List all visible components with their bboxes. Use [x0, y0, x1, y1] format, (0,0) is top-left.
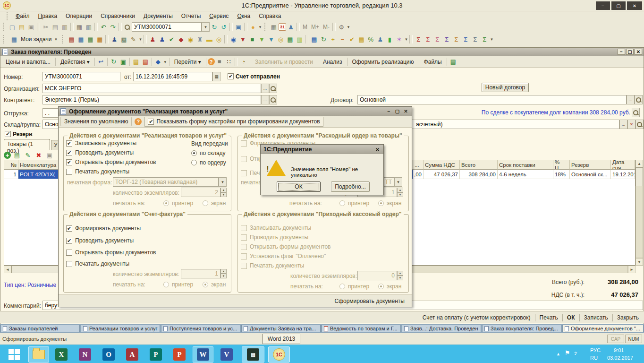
files-button[interactable]: Файлы — [421, 58, 445, 66]
dialog-restore-button[interactable]: ▢ — [394, 108, 401, 114]
copy-icon[interactable]: ▤ — [51, 22, 60, 32]
ok-button[interactable]: ОК — [564, 314, 578, 321]
cell-delivery[interactable]: 4-6 недель — [498, 170, 553, 179]
remove-coins-icon[interactable]: − — [338, 35, 347, 44]
calendar-button[interactable]: ▦ — [212, 72, 220, 81]
cell-reserve[interactable]: Основной ск... — [570, 170, 611, 179]
g1-print-docs[interactable]: Печатать документы — [66, 168, 129, 175]
cell-total[interactable]: 308 284,00 — [460, 170, 498, 179]
journal-cabinet-icon[interactable]: ▤ — [67, 35, 76, 44]
shipping-field[interactable]: . . — [42, 108, 59, 118]
actions-button[interactable]: Действия ▾ — [57, 58, 93, 66]
menu-documents[interactable]: Документы — [139, 12, 177, 20]
redo-icon[interactable]: ↷ — [108, 22, 118, 32]
menu-service[interactable]: Сервис — [205, 12, 233, 20]
organization-open-button[interactable] — [269, 84, 277, 93]
account-open-button[interactable] — [636, 120, 644, 129]
print-sales-book-icon[interactable]: ▦ — [76, 35, 85, 44]
debt-open-button[interactable] — [632, 108, 640, 117]
close-button[interactable]: ✕ — [627, 1, 642, 10]
taskbar-1c[interactable]: 1С — [268, 346, 290, 363]
goods-transfer-icon[interactable]: ▼ — [266, 35, 276, 44]
dropdown-caret-icon[interactable]: ▾ — [138, 35, 143, 44]
account-select-button[interactable] — [619, 120, 627, 129]
properties-icon[interactable]: ∷ — [224, 57, 234, 67]
contractor-open-button[interactable] — [269, 95, 277, 104]
taskbar-printer[interactable]: ▤ — [242, 346, 264, 363]
scroll-up-button[interactable]: ▲ — [636, 160, 643, 167]
retail-report-icon[interactable]: ▥ — [295, 35, 304, 44]
bank-icon[interactable]: ♜ — [195, 35, 204, 44]
g4-set-paid-flag[interactable]: Установить флаг "Оплачено" — [241, 253, 326, 259]
col-header-sum[interactable]: ... — [413, 160, 424, 170]
doc-minimize-button[interactable]: − — [618, 49, 625, 55]
taskbar-onenote[interactable]: N — [75, 346, 95, 363]
active-users-icon[interactable]: ♟ — [286, 22, 296, 32]
undo-icon[interactable]: ↶ — [99, 22, 108, 32]
payment-out-icon[interactable]: ▼ — [238, 35, 247, 44]
contractor-select-button[interactable] — [261, 95, 269, 104]
tray-language-short[interactable]: RU — [590, 355, 598, 361]
open-document-icon[interactable]: ▤ — [17, 22, 26, 32]
send-document-icon[interactable]: ◆ — [153, 57, 163, 67]
doc-restore-button[interactable]: ▢ — [626, 49, 634, 55]
save-rows-icon[interactable]: ▣ — [45, 150, 54, 160]
scroll-right-button[interactable]: ► — [628, 266, 636, 273]
add-coins-icon[interactable]: + — [328, 35, 338, 44]
g1-print-form-caret-icon[interactable]: ▾ — [219, 177, 227, 187]
tray-language[interactable]: РУС — [590, 347, 601, 353]
generate-documents-button[interactable]: Сформировать документы — [331, 297, 408, 305]
g1-by-order-radio[interactable]: по ордеру — [191, 159, 226, 166]
menu-edit[interactable]: Правка — [34, 12, 62, 20]
sales-cart-icon[interactable]: ◆ — [176, 35, 186, 44]
tray-expand-icon[interactable]: ▲ — [556, 352, 560, 356]
window-tab-6[interactable]: Заяв...: Доставка. Проведен — [402, 325, 481, 332]
find-previous-icon[interactable]: ↺ — [219, 22, 229, 32]
order-check-icon[interactable]: ✔ — [167, 35, 176, 44]
print-purchase-book-icon[interactable]: ▦ — [85, 35, 95, 44]
g2-print-form-caret-icon[interactable]: ▾ — [394, 177, 402, 187]
restore-button[interactable]: ▢ — [611, 1, 626, 10]
window-tab-4[interactable]: Документы Заявка на тра... — [241, 325, 321, 332]
g3-printer-radio[interactable]: принтер — [163, 281, 193, 288]
g1-by-warehouse-radio[interactable]: по складу — [191, 150, 226, 156]
contract-field[interactable]: Основной — [357, 95, 627, 104]
taskbar-powerpoint[interactable]: P — [169, 346, 190, 363]
doc-close-button[interactable]: ✕ — [635, 49, 642, 55]
report-orders-icon[interactable]: Σ — [442, 35, 451, 44]
tray-clock[interactable]: 9:01 — [614, 347, 624, 353]
print-icon[interactable]: ▦ — [75, 22, 84, 32]
organization-field[interactable]: МСК ЭНЕРГО — [42, 84, 261, 93]
info-caret-icon[interactable]: ▾ — [258, 22, 263, 32]
g3-form-docs[interactable]: Формировать документы — [66, 225, 141, 232]
history-icon[interactable]: ◔ — [239, 57, 248, 67]
verify-coins-icon[interactable]: ✔ — [347, 35, 356, 44]
cell-vat-sum[interactable]: 47 026,37 — [424, 170, 460, 179]
show-form-checkbox[interactable] — [148, 119, 154, 125]
report-purchases-icon[interactable]: Σ — [423, 35, 432, 44]
scroll-left-button[interactable]: ◄ — [4, 266, 11, 273]
doc-exchange-icon[interactable]: ▤ — [309, 35, 319, 44]
g3-copies-spinner[interactable]: ▲▼ — [220, 269, 227, 277]
price-type-link[interactable]: Тип цен: Розничные — [4, 282, 56, 288]
g3-post-docs[interactable]: Проводить документы — [66, 237, 134, 244]
col-header-total[interactable]: Всего — [460, 160, 498, 170]
organization-select-button[interactable] — [261, 84, 269, 93]
dialog-minimize-button[interactable]: − — [385, 108, 392, 114]
col-header-vat-rate[interactable]: % Н... — [553, 160, 570, 170]
tab-goods[interactable]: Товары (1 поз.) — [4, 139, 50, 150]
g1-copies-spinner[interactable]: ▲▼ — [220, 188, 227, 196]
calculator-icon[interactable]: ▦ — [269, 22, 279, 32]
delete-row-icon[interactable]: ✖ — [34, 150, 43, 160]
menu-file[interactable]: Файл — [11, 12, 34, 20]
memory-m-plus-button[interactable]: M+ — [309, 23, 321, 31]
menu-help[interactable]: Справка — [254, 12, 285, 20]
g1-write-docs[interactable]: Записывать документы — [66, 140, 136, 147]
contract-open-button[interactable] — [635, 95, 643, 104]
taskbar-excel[interactable]: X — [51, 346, 72, 363]
magic-wand-icon[interactable]: ✶ — [394, 35, 404, 44]
new-contract-button[interactable]: Новый договор — [482, 83, 529, 92]
service-caret-icon[interactable]: ▾ — [346, 22, 351, 32]
register-sale-button[interactable]: Оформить реализацию — [349, 58, 417, 66]
g3-copies-field[interactable]: 1 — [181, 269, 220, 278]
